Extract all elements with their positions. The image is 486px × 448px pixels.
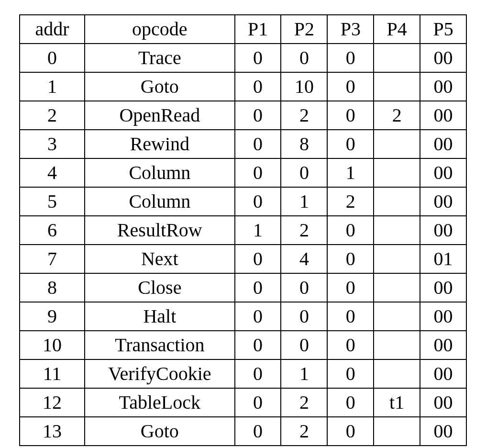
col-header-p1: P1	[235, 15, 281, 44]
cell-p1: 0	[235, 388, 281, 417]
cell-p1: 1	[235, 216, 281, 245]
cell-p4	[374, 130, 420, 158]
cell-p2: 10	[281, 72, 327, 101]
cell-p2: 0	[281, 44, 327, 72]
cell-p4	[374, 302, 420, 331]
cell-opcode: ResultRow	[85, 216, 235, 245]
cell-opcode: Transaction	[85, 331, 235, 359]
cell-p3: 0	[327, 388, 374, 417]
col-header-addr: addr	[20, 15, 85, 44]
cell-p5: 00	[420, 130, 466, 158]
table-row: 1Goto010000	[20, 72, 466, 101]
cell-addr: 5	[20, 187, 85, 216]
bytecode-table: addr opcode P1 P2 P3 P4 P5 0Trace000001G…	[19, 14, 467, 446]
cell-p3: 0	[327, 101, 374, 130]
cell-p5: 00	[420, 331, 466, 359]
cell-p1: 0	[235, 44, 281, 72]
cell-p4	[374, 44, 420, 72]
table-row: 3Rewind08000	[20, 130, 466, 158]
cell-p3: 0	[327, 417, 374, 446]
cell-p3: 0	[327, 273, 374, 302]
cell-p3: 2	[327, 187, 374, 216]
cell-p5: 00	[420, 359, 466, 388]
cell-p3: 0	[327, 130, 374, 158]
cell-opcode: Trace	[85, 44, 235, 72]
cell-opcode: Goto	[85, 417, 235, 446]
cell-p2: 2	[281, 388, 327, 417]
cell-p3: 0	[327, 216, 374, 245]
cell-addr: 11	[20, 359, 85, 388]
cell-opcode: Halt	[85, 302, 235, 331]
cell-addr: 4	[20, 158, 85, 187]
cell-addr: 9	[20, 302, 85, 331]
cell-opcode: Column	[85, 187, 235, 216]
cell-p1: 0	[235, 359, 281, 388]
cell-p1: 0	[235, 187, 281, 216]
cell-p3: 0	[327, 359, 374, 388]
cell-p5: 00	[420, 216, 466, 245]
cell-p5: 01	[420, 245, 466, 273]
cell-opcode: TableLock	[85, 388, 235, 417]
table-body: 0Trace000001Goto0100002OpenRead0202003Re…	[20, 44, 466, 446]
cell-p1: 0	[235, 331, 281, 359]
cell-addr: 7	[20, 245, 85, 273]
cell-p4	[374, 158, 420, 187]
cell-p4: 2	[374, 101, 420, 130]
table-row: 5Column01200	[20, 187, 466, 216]
cell-addr: 10	[20, 331, 85, 359]
cell-p4	[374, 359, 420, 388]
table-row: 0Trace00000	[20, 44, 466, 72]
col-header-opcode: opcode	[85, 15, 235, 44]
table-row: 4Column00100	[20, 158, 466, 187]
cell-p2: 0	[281, 331, 327, 359]
cell-p4	[374, 245, 420, 273]
table-row: 11VerifyCookie01000	[20, 359, 466, 388]
cell-opcode: Close	[85, 273, 235, 302]
table-row: 13Goto02000	[20, 417, 466, 446]
cell-p2: 2	[281, 216, 327, 245]
cell-p3: 0	[327, 44, 374, 72]
cell-p5: 00	[420, 388, 466, 417]
table-row: 12TableLock020t100	[20, 388, 466, 417]
cell-p5: 00	[420, 273, 466, 302]
cell-p4	[374, 331, 420, 359]
cell-p1: 0	[235, 72, 281, 101]
cell-p4	[374, 273, 420, 302]
cell-addr: 2	[20, 101, 85, 130]
col-header-p2: P2	[281, 15, 327, 44]
col-header-p4: P4	[374, 15, 420, 44]
cell-opcode: Next	[85, 245, 235, 273]
cell-p1: 0	[235, 158, 281, 187]
table-row: 10Transaction00000	[20, 331, 466, 359]
cell-p3: 0	[327, 72, 374, 101]
cell-p4	[374, 216, 420, 245]
cell-p3: 0	[327, 302, 374, 331]
col-header-p5: P5	[420, 15, 466, 44]
cell-p2: 2	[281, 417, 327, 446]
cell-p2: 0	[281, 302, 327, 331]
cell-opcode: Rewind	[85, 130, 235, 158]
cell-p2: 0	[281, 273, 327, 302]
col-header-p3: P3	[327, 15, 374, 44]
table-row: 7Next04001	[20, 245, 466, 273]
table-row: 2OpenRead020200	[20, 101, 466, 130]
cell-p3: 0	[327, 245, 374, 273]
table-row: 8Close00000	[20, 273, 466, 302]
cell-p5: 00	[420, 417, 466, 446]
cell-p1: 0	[235, 130, 281, 158]
table-header-row: addr opcode P1 P2 P3 P4 P5	[20, 15, 466, 44]
cell-p5: 00	[420, 101, 466, 130]
cell-p5: 00	[420, 72, 466, 101]
cell-p1: 0	[235, 273, 281, 302]
cell-p5: 00	[420, 187, 466, 216]
cell-p1: 0	[235, 302, 281, 331]
table-row: 9Halt00000	[20, 302, 466, 331]
cell-p1: 0	[235, 417, 281, 446]
cell-p4	[374, 187, 420, 216]
cell-p1: 0	[235, 245, 281, 273]
cell-p5: 00	[420, 302, 466, 331]
cell-addr: 13	[20, 417, 85, 446]
cell-p4: t1	[374, 388, 420, 417]
cell-addr: 6	[20, 216, 85, 245]
cell-p2: 0	[281, 158, 327, 187]
